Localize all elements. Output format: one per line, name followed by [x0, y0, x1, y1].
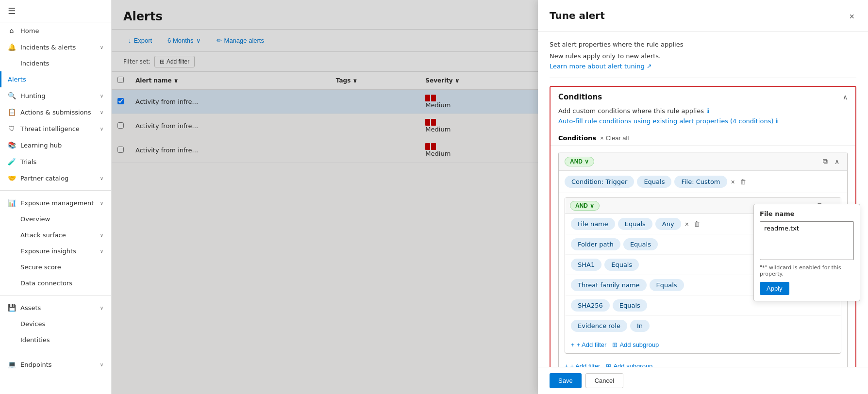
outer-and-badge[interactable]: AND ∨: [565, 157, 594, 166]
actions-icon: 📋: [8, 108, 16, 116]
info-icon: ℹ: [707, 107, 709, 115]
filter-operator-pill[interactable]: Equals: [613, 299, 647, 312]
sidebar-item-partner-catalog[interactable]: 🤝 Partner catalog ∨: [0, 170, 111, 186]
conditions-clear-bar: Conditions × Clear all: [551, 131, 855, 146]
condition-value-pill[interactable]: File: Custom: [674, 176, 727, 188]
chevron-down-icon: ∨: [584, 158, 589, 165]
plus-icon: +: [565, 362, 568, 367]
sidebar-item-label: Endpoints: [20, 361, 52, 368]
sidebar-item-learning-hub[interactable]: 📚 Learning hub: [0, 137, 111, 153]
threat-icon: 🛡: [8, 125, 16, 132]
filter-name-pill[interactable]: SHA256: [571, 299, 610, 312]
condition-remove-button[interactable]: ×: [730, 177, 736, 187]
filter-operator-pill[interactable]: In: [630, 320, 650, 332]
chevron-down-icon: ∨: [100, 110, 103, 115]
sidebar-item-assets[interactable]: 💾 Assets ∨: [0, 299, 111, 316]
clear-x-icon: ×: [600, 134, 604, 142]
sidebar-item-incidents[interactable]: Incidents: [0, 55, 111, 71]
panel-desc-line1: Set alert properties where the rule appl…: [550, 40, 856, 49]
learn-more-link[interactable]: Learn more about alert tuning ↗: [550, 63, 856, 70]
panel-title: Tune alert: [550, 10, 605, 21]
filter-operator-pill[interactable]: Equals: [650, 279, 684, 291]
filter-name-pill[interactable]: Threat family name: [571, 279, 647, 291]
sidebar-item-identities[interactable]: Identities: [0, 332, 111, 348]
sidebar-item-hunting[interactable]: 🔍 Hunting ∨: [0, 87, 111, 104]
outer-and-header: AND ∨ ⧉ ∧: [559, 152, 847, 171]
clear-all-button[interactable]: × Clear all: [600, 134, 629, 142]
inner-add-subgroup-button[interactable]: ⊞ Add subgroup: [612, 341, 659, 348]
sidebar-item-label: Overview: [20, 215, 50, 223]
autofill-text: Auto-fill rule conditions using existing…: [558, 117, 773, 125]
filter-operator-pill[interactable]: Equals: [618, 218, 652, 230]
panel-footer: Save Cancel: [538, 367, 868, 394]
sidebar-item-endpoints[interactable]: 💻 Endpoints ∨: [0, 356, 111, 373]
sidebar-item-actions-submissions[interactable]: 📋 Actions & submissions ∨: [0, 104, 111, 120]
filter-option-row[interactable]: Evidence role In: [565, 316, 841, 336]
hamburger-icon[interactable]: ☰: [8, 6, 16, 16]
chevron-down-icon: ∨: [100, 176, 103, 181]
condition-delete-button[interactable]: 🗑: [739, 177, 747, 186]
sidebar-item-incidents-alerts[interactable]: 🔔 Incidents & alerts ∨: [0, 39, 111, 55]
plus-icon: +: [571, 341, 575, 348]
outer-add-filter-label: + Add filter: [570, 362, 601, 367]
close-button[interactable]: ×: [847, 10, 856, 24]
filter-name-pill[interactable]: File name: [571, 218, 615, 230]
learning-icon: 📚: [8, 141, 16, 149]
sidebar-item-alerts[interactable]: Alerts: [0, 71, 111, 87]
inner-add-filter-button[interactable]: + + Add filter: [571, 341, 606, 348]
sidebar-item-attack-surface[interactable]: Attack surface ∨: [0, 227, 111, 243]
cancel-button[interactable]: Cancel: [585, 373, 623, 388]
sidebar-item-label: Identities: [20, 336, 50, 344]
filter-name-pill[interactable]: Folder path: [571, 238, 620, 250]
sidebar-item-overview[interactable]: Overview: [0, 211, 111, 227]
sidebar-item-data-connectors[interactable]: Data connectors: [0, 275, 111, 291]
conditions-bar-label: Conditions: [558, 134, 596, 142]
sidebar-item-secure-score[interactable]: Secure score: [0, 259, 111, 275]
apply-button[interactable]: Apply: [760, 282, 789, 295]
filename-input[interactable]: readme.txt: [760, 221, 854, 260]
subgroup-icon: ⊞: [606, 362, 611, 367]
external-link-icon: ↗: [647, 63, 652, 70]
exposure-icon: 📊: [8, 199, 16, 207]
filter-delete-button[interactable]: 🗑: [693, 219, 701, 229]
sidebar-item-label: Data connectors: [20, 279, 72, 287]
filter-name-pill[interactable]: Evidence role: [571, 320, 627, 332]
condition-equals-pill[interactable]: Equals: [637, 176, 671, 188]
condition-trigger-pill[interactable]: Condition: Trigger: [565, 176, 634, 188]
outer-add-subgroup-button[interactable]: ⊞ Add subgroup: [606, 362, 652, 367]
conditions-section: Conditions ∧ Add custom conditions where…: [550, 86, 856, 367]
chevron-down-icon: ∨: [100, 232, 103, 238]
sidebar-item-exposure-management[interactable]: 📊 Exposure management ∨: [0, 195, 111, 211]
inner-add-filter-label: + Add filter: [577, 341, 607, 348]
conditions-collapse-button[interactable]: ∧: [843, 93, 848, 101]
filter-operator-pill[interactable]: Equals: [623, 238, 658, 250]
conditions-header: Conditions ∧: [551, 87, 855, 107]
chevron-down-icon: ∨: [100, 45, 103, 50]
sidebar-item-home[interactable]: ⌂ Home: [0, 22, 111, 39]
outer-copy-button[interactable]: ⧉: [821, 156, 830, 166]
chevron-down-icon: ∨: [590, 202, 594, 209]
sidebar-item-trials[interactable]: 🧪 Trials: [0, 153, 111, 170]
endpoints-icon: 💻: [8, 361, 16, 368]
filter-name-pill[interactable]: SHA1: [571, 259, 601, 271]
outer-collapse-button[interactable]: ∧: [833, 157, 841, 166]
sidebar-item-label: Assets: [20, 304, 41, 312]
inner-add-subgroup-label: Add subgroup: [619, 341, 659, 348]
outer-add-filter-button[interactable]: + + Add filter: [565, 362, 600, 367]
filter-remove-button[interactable]: ×: [684, 219, 690, 229]
filter-operator-pill[interactable]: Equals: [604, 259, 639, 271]
sidebar-item-label: Actions & submissions: [20, 109, 91, 116]
filter-value-pill[interactable]: Any: [655, 218, 681, 230]
chevron-down-icon: ∨: [100, 362, 103, 367]
autofill-link[interactable]: Auto-fill rule conditions using existing…: [558, 117, 848, 125]
inner-and-badge[interactable]: AND ∨: [570, 201, 600, 211]
sidebar-item-exposure-insights[interactable]: Exposure insights ∨: [0, 243, 111, 259]
sidebar-item-threat-intelligence[interactable]: 🛡 Threat intelligence ∨: [0, 120, 111, 137]
save-button[interactable]: Save: [550, 373, 582, 388]
trigger-condition-row: Condition: Trigger Equals File: Custom ×…: [559, 171, 847, 193]
learn-more-text: Learn more about alert tuning: [550, 63, 645, 70]
chevron-down-icon: ∨: [100, 248, 103, 254]
side-panel: Tune alert × Set alert properties where …: [538, 0, 868, 394]
sidebar-item-devices[interactable]: Devices: [0, 316, 111, 332]
chevron-down-icon: ∨: [100, 200, 103, 206]
